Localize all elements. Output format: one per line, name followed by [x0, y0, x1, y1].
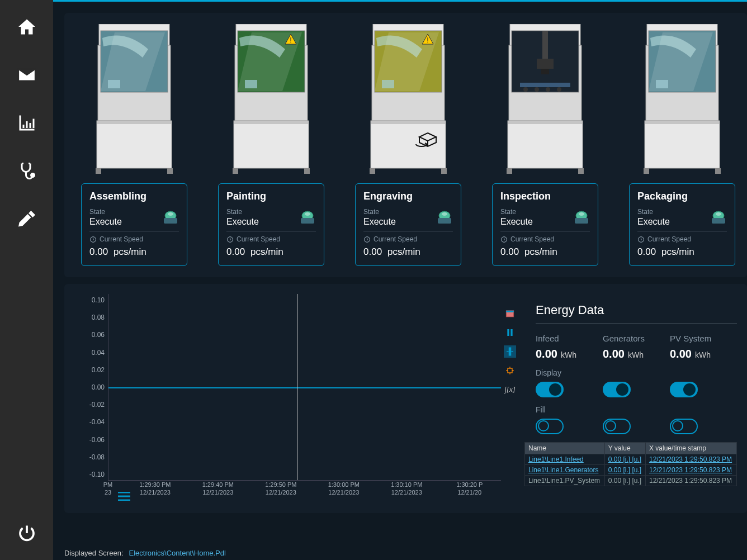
diagnostics-icon[interactable] [17, 161, 37, 181]
speed-value: 0.00pcs/min [500, 246, 590, 258]
svg-rect-8 [167, 168, 173, 174]
svg-rect-52 [507, 168, 512, 174]
x-tick: 1:30:20 P12/21/20 [456, 481, 483, 497]
chart-cursor-line[interactable] [297, 294, 297, 480]
machine-image [92, 24, 176, 175]
chart-tool-timerange[interactable] [504, 307, 516, 320]
svg-text:!: ! [427, 36, 428, 44]
svg-point-37 [442, 212, 447, 216]
svg-rect-5 [97, 121, 172, 168]
mail-icon[interactable] [17, 65, 37, 85]
display-toggle[interactable] [536, 382, 564, 397]
machine-image [640, 24, 724, 175]
machine-packaging[interactable]: PackagingStateExecuteCurrent Speed0.00pc… [629, 24, 735, 266]
speed-value: 0.00pcs/min [637, 246, 727, 258]
svg-point-11 [168, 212, 173, 216]
svg-rect-19 [234, 121, 309, 124]
machine-inspection[interactable]: InspectionStateExecuteCurrent Speed0.00p… [492, 24, 598, 266]
chart-tool-integral[interactable]: ∫[x] [504, 383, 516, 396]
beacon-icon [710, 210, 727, 225]
beacon-icon [162, 210, 179, 225]
machine-title: Packaging [637, 191, 727, 208]
table-header: Y value [604, 443, 645, 454]
y-tick: 0.10 [92, 296, 105, 304]
fill-toggle[interactable] [670, 419, 698, 434]
table-row[interactable]: Line1\Line1.Infeed0.00 [i.] [u.]12/21/20… [525, 454, 737, 465]
y-tick: 0.00 [92, 383, 105, 391]
svg-rect-53 [578, 168, 584, 174]
svg-rect-62 [645, 121, 720, 168]
table-row[interactable]: Line1\Line1.PV_System0.00 [i.] [u.]12/21… [525, 476, 737, 486]
machine-painting[interactable]: !PaintingStateExecuteCurrent Speed0.00pc… [218, 24, 324, 266]
y-tick: -0.02 [89, 401, 105, 409]
svg-point-68 [716, 212, 721, 216]
chart-area: 0.100.080.060.040.020.00-0.02-0.04-0.06-… [81, 294, 501, 503]
chart-icon[interactable] [17, 113, 37, 133]
machine-title: Engraving [363, 191, 453, 208]
fill-toggle[interactable] [603, 419, 631, 434]
machine-assembling[interactable]: AssemblingStateExecuteCurrent Speed0.00p… [81, 24, 187, 266]
svg-text:!: ! [290, 36, 291, 44]
settings-icon[interactable] [17, 209, 37, 229]
footer-label: Displayed Screen: [64, 549, 124, 557]
x-tick: PM23 [103, 481, 113, 497]
svg-rect-34 [441, 168, 447, 174]
machine-image [503, 24, 587, 175]
machine-card[interactable]: InspectionStateExecuteCurrent Speed0.00p… [492, 183, 598, 266]
state-label: State [89, 208, 122, 216]
machine-card[interactable]: EngravingStateExecuteCurrent Speed0.00pc… [355, 183, 461, 266]
energy-panel: Energy Data InfeedGeneratorsPV System0.0… [519, 294, 737, 503]
svg-point-24 [305, 212, 310, 216]
y-axis: 0.100.080.060.040.020.00-0.02-0.04-0.06-… [81, 294, 108, 481]
state-label: State [500, 208, 533, 216]
x-axis: PM231:29:30 PM12/21/20231:29:40 PM12/21/… [108, 481, 501, 503]
fill-toggle[interactable] [536, 419, 564, 434]
machine-title: Inspection [500, 191, 590, 208]
y-tick: 0.04 [92, 349, 105, 357]
table-row[interactable]: Line1\Line1.Generators0.00 [i.] [u.]12/2… [525, 465, 737, 476]
home-icon[interactable] [17, 17, 37, 37]
state-value: Execute [363, 217, 396, 227]
machine-card[interactable]: PackagingStateExecuteCurrent Speed0.00pc… [629, 183, 735, 266]
svg-rect-50 [508, 121, 583, 168]
speed-label: Current Speed [363, 235, 453, 243]
plot-body[interactable] [108, 294, 501, 481]
y-tick: -0.10 [89, 471, 105, 478]
y-tick: 0.08 [92, 314, 105, 321]
footer-path[interactable]: Electronics\Content\Home.Pdl [129, 549, 226, 557]
svg-rect-42 [542, 31, 548, 59]
chart-tool-ruler[interactable] [504, 345, 516, 358]
machine-card[interactable]: AssemblingStateExecuteCurrent Speed0.00p… [81, 183, 187, 266]
state-value: Execute [637, 217, 670, 227]
energy-value: 0.00kWh [603, 348, 670, 360]
chart-tool-pause[interactable] [504, 326, 516, 339]
svg-rect-36 [438, 218, 451, 224]
svg-point-56 [579, 212, 584, 216]
energy-value: 0.00kWh [670, 348, 737, 360]
energy-col-head: PV System [670, 334, 737, 343]
svg-rect-33 [370, 168, 375, 174]
svg-rect-32 [371, 121, 446, 124]
display-toggle[interactable] [670, 382, 698, 397]
state-label: State [637, 208, 670, 216]
table-header: X value/time stamp [645, 443, 736, 454]
y-tick: 0.06 [92, 331, 105, 339]
state-value: Execute [500, 217, 533, 227]
footer: Displayed Screen: Electronics\Content\Ho… [53, 545, 747, 560]
machine-image: ! [229, 24, 313, 175]
svg-rect-75 [508, 368, 512, 373]
chart-tool-crosshair[interactable] [504, 364, 516, 377]
chart-menu-icon[interactable] [118, 492, 130, 503]
speed-label: Current Speed [89, 235, 179, 243]
display-toggle[interactable] [603, 382, 631, 397]
power-icon[interactable] [17, 523, 37, 543]
svg-rect-21 [304, 168, 310, 174]
beacon-icon [573, 210, 590, 225]
speed-value: 0.00pcs/min [226, 246, 316, 258]
energy-col-head: Generators [603, 334, 670, 343]
display-section-label: Display [536, 368, 737, 377]
x-tick: 1:29:50 PM12/21/2023 [265, 481, 296, 497]
machine-card[interactable]: PaintingStateExecuteCurrent Speed0.00pcs… [218, 183, 324, 266]
machine-engraving[interactable]: !EngravingStateExecuteCurrent Speed0.00p… [355, 24, 461, 266]
svg-rect-74 [509, 348, 512, 356]
